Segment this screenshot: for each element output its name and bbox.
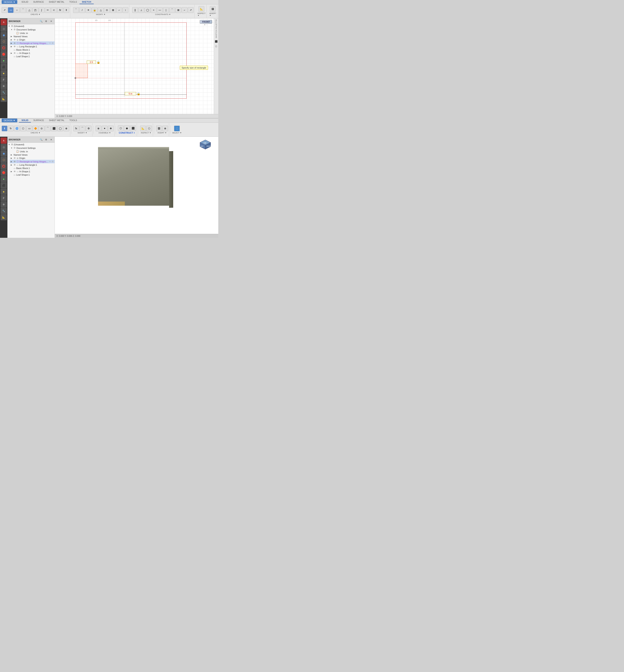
app-icon-5[interactable]: ● — [1, 57, 7, 63]
create-line-btn[interactable]: ↗ — [2, 7, 7, 13]
browser-item-origin[interactable]: ▶ 👁 ⊞ Origin — [10, 38, 55, 42]
app-icon-b3[interactable]: ⭕ — [1, 163, 7, 169]
solid-create-sweep[interactable]: 🌀 — [14, 126, 20, 131]
dimension-h-input[interactable] — [87, 60, 96, 64]
browser-item-doc-settings[interactable]: ▼ ⚙ Document Settings — [10, 28, 55, 31]
modify-tri-btn[interactable]: △ — [98, 7, 104, 13]
app-icon-autodesk[interactable]: A — [1, 19, 7, 25]
app-icon-b8[interactable]: F — [1, 195, 7, 201]
const-perp-btn[interactable]: ⊥ — [138, 7, 144, 13]
dimension-v-input[interactable] — [125, 92, 136, 95]
solid-modify-3[interactable]: ⚙ — [86, 126, 92, 131]
solid-create-web[interactable]: 🔶 — [32, 126, 38, 131]
app-icon-4[interactable]: 🔴 — [1, 51, 7, 57]
solid-create-rib[interactable]: ▭ — [26, 126, 32, 131]
solid-inspect-1[interactable]: 📐 — [140, 126, 146, 131]
browser-item-leaf-shape-b[interactable]: ▶ ▭ Leaf Shape:1 — [10, 173, 55, 177]
solid-assemble-move[interactable]: ✥ — [108, 126, 114, 131]
app-icon-b10[interactable]: 🔧 — [1, 208, 7, 214]
browser-search-btn[interactable]: 🔍 — [39, 19, 44, 24]
browser-item-unsaved-b[interactable]: ▼ ⊞ (Unsaved) — [7, 143, 55, 146]
solid-create-extrude[interactable]: ⬆ — [2, 126, 7, 131]
browser-collapse-btn-b[interactable]: ✕ — [49, 137, 53, 142]
tab-sheet-metal-top[interactable]: SHEET METAL — [46, 0, 67, 4]
app-icon-3[interactable]: ⭕ — [1, 45, 7, 51]
app-icon-b5[interactable]: ● — [1, 176, 7, 182]
modify-lock-btn[interactable]: 🔒 — [92, 7, 97, 13]
create-more-btn[interactable]: ⇕ — [63, 7, 69, 13]
create-conic-btn[interactable]: ∫ — [39, 7, 45, 13]
modify-circle-btn[interactable]: ⊙ — [104, 7, 110, 13]
create-spline-btn[interactable]: ∏ — [32, 7, 38, 13]
app-icon-chrome[interactable]: ◎ — [1, 26, 7, 32]
design-button-top[interactable]: DESIGN ▼ — [2, 0, 17, 4]
tab-tools-top[interactable]: TOOLS — [67, 0, 79, 4]
view-cube-top[interactable]: FRONT X → — [200, 20, 212, 30]
app-icon-8[interactable]: F — [1, 77, 7, 83]
solid-inspect-2[interactable]: ⬡ — [146, 126, 152, 131]
browser-item-long-rect-b[interactable]: ▶ 👁 ▭ Long Rectangle:1 — [10, 163, 55, 166]
create-trim-btn[interactable]: ✂ — [45, 7, 51, 13]
tab-tools-bottom[interactable]: TOOLS — [67, 118, 79, 123]
solid-modify-1[interactable]: fx — [73, 126, 79, 131]
solid-select-btn[interactable]: ⬚ — [174, 126, 180, 131]
app-icon-b2[interactable]: ⬡ — [1, 157, 7, 163]
app-icon-b1[interactable]: ◉ — [1, 150, 7, 157]
solid-assemble-2[interactable]: ✦ — [102, 126, 107, 131]
solid-construct-3[interactable]: ⬛ — [130, 125, 136, 131]
browser-item-leaf-shape[interactable]: ▶ ▭ Leaf Shape:1 — [10, 55, 55, 58]
browser-settings-btn[interactable]: ⚙ — [44, 19, 48, 24]
browser-item-named-views[interactable]: ▶ Named Views — [10, 35, 55, 38]
browser-item-rect-hinges-b[interactable]: ▶ 👁 ⬡ Rectangle w/ living Hinges... ✏ ⚙ — [10, 160, 55, 163]
app-icon-7[interactable]: ★ — [1, 70, 7, 76]
const-fix-btn[interactable]: ↗ — [188, 7, 193, 13]
modify-mirror-btn[interactable]: / — [79, 7, 85, 13]
const-equal-btn[interactable]: = — [151, 7, 157, 13]
solid-create-loft[interactable]: ⬡ — [20, 126, 26, 131]
insert-btn[interactable]: 🖼 — [210, 6, 216, 12]
tab-sheet-metal-bottom[interactable]: SHEET METAL — [47, 118, 67, 123]
const-coincident-btn[interactable]: ◯ — [145, 7, 150, 13]
browser-item-basic-block[interactable]: ▶ ▭ Basic Block:1 — [10, 48, 55, 51]
tab-solid-top[interactable]: SOLID — [19, 0, 31, 4]
solid-construct-2[interactable]: ◉ — [124, 125, 130, 131]
canvas-top[interactable]: 3/5 4/5 🔒 🔒 — [55, 18, 218, 118]
const-horiz-btn[interactable]: — — [157, 7, 163, 13]
app-icon-1[interactable]: ◉ — [1, 32, 7, 38]
palette-btn-2[interactable]: ◻ — [214, 44, 218, 48]
solid-create-cyl[interactable]: ◯ — [57, 126, 63, 131]
canvas-3d[interactable]: TOP FRONT LEFT — [55, 137, 218, 238]
app-icon-b6[interactable]: ⬛ — [1, 182, 7, 188]
browser-item-rect-hinges[interactable]: ▶ 👁 ⬡ Rectangle w/ living Hinges... ✏ ⚙ — [10, 42, 55, 45]
tab-surface-bottom[interactable]: SURFACE — [31, 118, 47, 123]
app-icon-b11[interactable]: 📐 — [1, 214, 7, 220]
create-polygon-btn[interactable]: △ — [26, 7, 32, 13]
view-cube-3d[interactable]: TOP FRONT LEFT — [199, 139, 212, 150]
const-vert-btn[interactable]: | — [163, 7, 169, 13]
browser-item-origin-b[interactable]: ▶ 👁 ⊞ Origin — [10, 157, 55, 160]
create-offset-btn[interactable]: ⊂ — [51, 7, 57, 13]
app-icon-6[interactable]: ⬛ — [1, 64, 7, 70]
browser-search-btn-b[interactable]: 🔍 — [39, 137, 44, 142]
browser-item-long-rect[interactable]: ▶ 👁 ▭ Long Rectangle:1 — [10, 45, 55, 48]
const-tang-btn[interactable]: ⌒ — [169, 7, 175, 13]
modify-box-btn[interactable]: ⊠ — [110, 7, 116, 13]
palette-btn-1[interactable]: ⬛ — [214, 39, 218, 44]
create-circle-btn[interactable]: ○ — [14, 7, 20, 13]
modify-scale-btn[interactable]: ↕ — [123, 7, 128, 13]
solid-insert-1[interactable]: 🖼 — [156, 126, 162, 131]
browser-settings-btn-b[interactable]: ⚙ — [44, 137, 48, 142]
solid-create-revolve[interactable]: ↻ — [8, 126, 14, 131]
modify-corner-btn[interactable]: ⌐ — [116, 7, 122, 13]
modify-move-btn[interactable]: ✕ — [85, 7, 91, 13]
app-icon-b9[interactable]: ⚙ — [1, 201, 7, 208]
modify-fillet-btn[interactable]: ⌒ — [73, 7, 79, 13]
app-icon-chrome-b[interactable]: ◎ — [1, 144, 7, 150]
app-icon-b7[interactable]: ★ — [1, 189, 7, 195]
solid-insert-2[interactable]: ⊕ — [162, 126, 168, 131]
app-icon-b4[interactable]: 🔴 — [1, 169, 7, 176]
create-rect-btn[interactable]: ▭ — [8, 7, 14, 13]
app-icon-11[interactable]: 📐 — [1, 96, 7, 102]
create-fx-btn[interactable]: fx — [57, 7, 63, 13]
browser-item-basic-block-b[interactable]: ▶ ▭ Basic Block:1 — [10, 166, 55, 170]
